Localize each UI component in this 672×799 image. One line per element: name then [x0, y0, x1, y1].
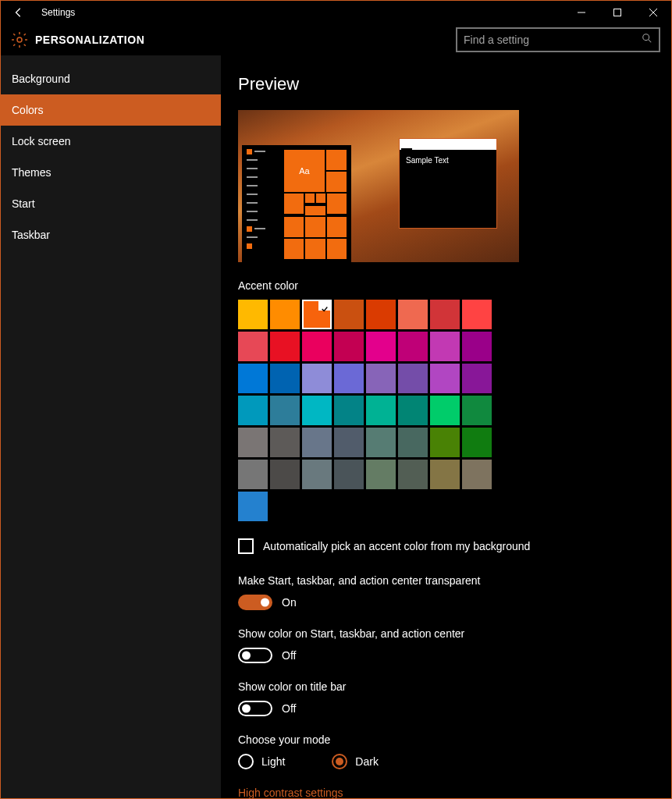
accent-swatch[interactable] — [398, 428, 428, 457]
preview-aa-tile: Aa — [284, 150, 325, 192]
accent-swatch[interactable] — [462, 428, 492, 457]
minimize-button[interactable] — [564, 1, 599, 24]
auto-pick-row[interactable]: Automatically pick an accent color from … — [238, 538, 671, 554]
header-row: PERSONALIZATION — [1, 24, 671, 55]
accent-swatch[interactable] — [366, 396, 396, 425]
radio-label: Dark — [355, 755, 379, 768]
accent-swatch[interactable] — [238, 428, 268, 457]
accent-swatch[interactable] — [366, 428, 396, 457]
maximize-button[interactable] — [599, 1, 635, 24]
accent-swatch[interactable] — [430, 364, 460, 393]
preview-heading: Preview — [238, 74, 671, 94]
sidebar-item-start[interactable]: Start — [1, 188, 221, 219]
accent-swatch[interactable] — [334, 364, 364, 393]
accent-swatch[interactable] — [238, 460, 268, 489]
accent-swatch[interactable] — [430, 332, 460, 361]
sidebar-item-taskbar[interactable]: Taskbar — [1, 219, 221, 250]
accent-swatch[interactable] — [302, 332, 332, 361]
accent-swatch[interactable] — [238, 332, 268, 361]
mode-label: Choose your mode — [238, 733, 671, 746]
sidebar-item-background[interactable]: Background — [1, 63, 221, 94]
toggle-setting: Show color on Start, taskbar, and action… — [238, 627, 671, 663]
auto-pick-checkbox[interactable] — [238, 538, 254, 554]
check-icon — [321, 302, 329, 310]
accent-swatch[interactable] — [398, 364, 428, 393]
accent-swatch[interactable] — [366, 300, 396, 329]
accent-swatch[interactable] — [462, 396, 492, 425]
accent-swatch[interactable] — [302, 428, 332, 457]
accent-swatch[interactable] — [430, 460, 460, 489]
toggle-switch[interactable] — [238, 648, 272, 663]
sidebar: BackgroundColorsLock screenThemesStartTa… — [1, 55, 221, 799]
accent-swatch[interactable] — [334, 396, 364, 425]
accent-swatch[interactable] — [270, 364, 300, 393]
accent-swatch[interactable] — [334, 300, 364, 329]
accent-swatch[interactable] — [462, 332, 492, 361]
gear-icon — [10, 30, 29, 49]
back-button[interactable] — [7, 1, 30, 24]
accent-swatch[interactable] — [462, 460, 492, 489]
accent-swatch[interactable] — [270, 460, 300, 489]
accent-swatch[interactable] — [270, 300, 300, 329]
accent-swatch[interactable] — [462, 300, 492, 329]
accent-swatch[interactable] — [238, 300, 268, 329]
accent-swatch[interactable] — [270, 428, 300, 457]
accent-swatch[interactable] — [270, 396, 300, 425]
accent-swatch[interactable] — [366, 364, 396, 393]
accent-swatch[interactable] — [334, 460, 364, 489]
title-bar: Settings — [1, 1, 671, 24]
accent-swatch[interactable] — [430, 428, 460, 457]
svg-point-3 — [643, 34, 649, 41]
sidebar-item-lock-screen[interactable]: Lock screen — [1, 126, 221, 157]
accent-swatch[interactable] — [398, 460, 428, 489]
toggle-state: On — [282, 596, 297, 609]
radio-button[interactable] — [238, 754, 254, 769]
svg-line-4 — [649, 40, 652, 43]
high-contrast-link[interactable]: High contrast settings — [238, 787, 671, 799]
content-pane: Preview Aa — [221, 55, 671, 799]
accent-swatch[interactable] — [270, 332, 300, 361]
accent-swatch[interactable] — [302, 460, 332, 489]
mode-option-dark[interactable]: Dark — [332, 754, 379, 769]
mode-radio-row: LightDark — [238, 754, 671, 769]
accent-swatch[interactable] — [302, 396, 332, 425]
accent-swatch[interactable] — [398, 332, 428, 361]
accent-swatch[interactable] — [462, 364, 492, 393]
toggle-state: Off — [282, 649, 296, 662]
sidebar-item-themes[interactable]: Themes — [1, 157, 221, 188]
accent-swatch[interactable] — [334, 428, 364, 457]
sidebar-item-colors[interactable]: Colors — [1, 94, 221, 126]
preview-pane: Aa Sample Text — [238, 110, 519, 262]
window-title: Settings — [41, 7, 75, 18]
radio-button[interactable] — [332, 754, 347, 769]
preview-sample-text: Sample Text — [400, 150, 496, 171]
toggle-setting: Show color on title barOff — [238, 680, 671, 716]
accent-swatch[interactable] — [238, 396, 268, 425]
accent-swatch[interactable] — [238, 492, 268, 521]
svg-rect-1 — [614, 9, 621, 16]
svg-point-2 — [17, 37, 22, 42]
preview-window-mock: Sample Text — [399, 138, 497, 229]
accent-swatch[interactable] — [430, 300, 460, 329]
accent-swatch[interactable] — [366, 460, 396, 489]
accent-swatch[interactable] — [398, 396, 428, 425]
accent-swatch[interactable] — [430, 396, 460, 425]
mode-option-light[interactable]: Light — [238, 754, 285, 769]
accent-color-label: Accent color — [238, 279, 671, 292]
accent-swatch[interactable] — [302, 364, 332, 393]
toggle-switch[interactable] — [238, 595, 272, 610]
section-title: PERSONALIZATION — [35, 34, 144, 46]
accent-swatch[interactable] — [334, 332, 364, 361]
accent-swatch[interactable] — [238, 364, 268, 393]
toggle-label: Show color on title bar — [238, 680, 671, 693]
toggle-switch[interactable] — [238, 701, 272, 716]
search-box[interactable] — [456, 27, 660, 52]
radio-label: Light — [261, 755, 285, 768]
accent-swatch[interactable] — [302, 300, 332, 329]
toggle-label: Make Start, taskbar, and action center t… — [238, 574, 671, 587]
toggle-setting: Make Start, taskbar, and action center t… — [238, 574, 671, 610]
accent-swatch[interactable] — [398, 300, 428, 329]
accent-swatch[interactable] — [366, 332, 396, 361]
close-button[interactable] — [635, 1, 671, 24]
search-input[interactable] — [464, 34, 642, 46]
